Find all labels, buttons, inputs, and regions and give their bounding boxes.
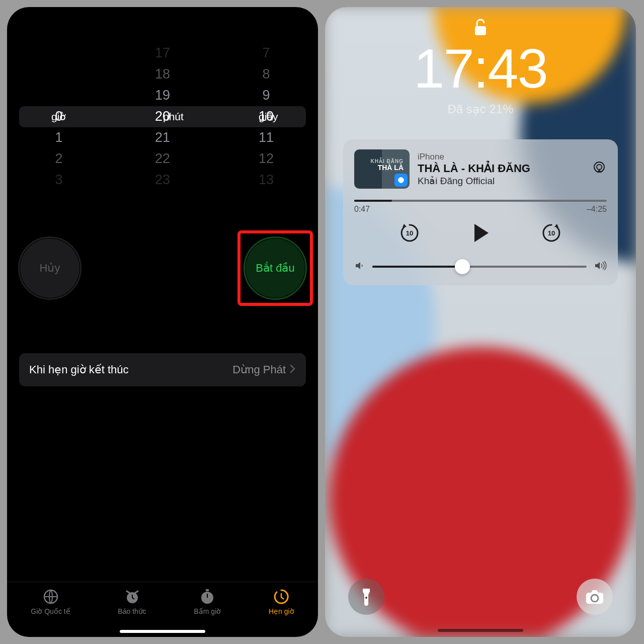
flashlight-button[interactable]: [348, 579, 384, 615]
picker-opt[interactable]: [8, 85, 110, 106]
picker-opt[interactable]: 10: [215, 106, 317, 127]
highlight-annotation: [237, 230, 313, 306]
lock-screen: 17:43 Đã sạc 21% KHẢI ĐĂNG THÀ LÀ iPhone…: [325, 7, 636, 637]
play-button[interactable]: [468, 221, 493, 247]
charge-status: Đã sạc 21%: [447, 102, 513, 116]
tab-label: Bấm giờ: [194, 607, 221, 615]
camera-button[interactable]: [577, 579, 613, 615]
airplay-icon[interactable]: [592, 160, 607, 178]
picker-opt[interactable]: 7: [215, 42, 317, 63]
chevron-right-icon: [290, 363, 296, 376]
time-remaining: –4:25: [587, 205, 607, 214]
picker-opt[interactable]: 17: [111, 42, 214, 63]
picker-opt[interactable]: [8, 42, 110, 63]
tab-label: Giờ Quốc tế: [31, 607, 70, 615]
cancel-button[interactable]: Hủy: [20, 238, 79, 298]
volume-slider[interactable]: [372, 266, 587, 268]
hours-column[interactable]: 0 1 2 3: [8, 42, 110, 188]
album-art: KHẢI ĐĂNG THÀ LÀ: [354, 149, 410, 189]
picker-opt[interactable]: 2: [8, 148, 110, 169]
lock-clock: 17:43: [414, 36, 547, 100]
picker-opt[interactable]: 23: [111, 169, 214, 190]
when-ends-value: Dừng Phát: [232, 363, 286, 376]
tab-label: Báo thức: [118, 607, 146, 615]
tab-bar: Giờ Quốc tế Báo thức Bấm giờ Hẹn giờ: [7, 582, 318, 637]
picker-opt[interactable]: 0: [8, 106, 110, 127]
media-title: THÀ LÀ - KHẢI ĐĂNG: [418, 162, 584, 175]
svg-text:10: 10: [406, 229, 413, 237]
picker-opt[interactable]: 3: [8, 169, 110, 190]
progress-bar[interactable]: [354, 200, 607, 202]
seconds-column[interactable]: 7 8 9 10 11 12 13: [215, 42, 317, 188]
skip-forward-button[interactable]: 10: [540, 222, 562, 246]
home-indicator[interactable]: [120, 630, 205, 633]
picker-opt[interactable]: 21: [111, 127, 214, 148]
picker-opt[interactable]: 11: [215, 127, 317, 148]
picker-opt[interactable]: 1: [8, 127, 110, 148]
svg-point-6: [597, 165, 602, 170]
safari-icon: [394, 174, 408, 187]
picker-opt[interactable]: 9: [215, 85, 317, 106]
picker-opt[interactable]: 12: [215, 148, 317, 169]
when-timer-ends-row[interactable]: Khi hẹn giờ kết thúc Dừng Phát: [19, 353, 306, 386]
tab-world-clock[interactable]: Giờ Quốc tế: [31, 588, 70, 615]
minutes-column[interactable]: 17 18 19 20 21 22 23: [111, 42, 214, 188]
svg-rect-3: [206, 589, 209, 591]
svg-rect-4: [475, 26, 486, 35]
home-indicator[interactable]: [438, 629, 523, 632]
picker-opt[interactable]: 13: [215, 169, 317, 190]
picker-opt[interactable]: 19: [111, 85, 214, 106]
picker-opt[interactable]: 8: [215, 63, 317, 85]
art-text: THÀ LÀ: [378, 164, 404, 172]
tab-timer[interactable]: Hẹn giờ: [269, 588, 294, 615]
media-artist: Khải Đăng Official: [418, 175, 584, 187]
time-elapsed: 0:47: [354, 205, 370, 214]
picker-opt[interactable]: [8, 63, 110, 85]
time-picker[interactable]: 0 1 2 3 17 18 19 20 21 22 23 7 8 9 10 11…: [7, 42, 318, 188]
svg-point-9: [365, 597, 367, 599]
tab-stopwatch[interactable]: Bấm giờ: [194, 588, 221, 615]
timer-screen: 0 1 2 3 17 18 19 20 21 22 23 7 8 9 10 11…: [7, 7, 318, 637]
volume-low-icon: [354, 260, 365, 273]
media-widget[interactable]: KHẢI ĐĂNG THÀ LÀ iPhone THÀ LÀ - KHẢI ĐĂ…: [343, 139, 618, 285]
picker-opt[interactable]: 18: [111, 63, 214, 85]
when-ends-label: Khi hẹn giờ kết thúc: [29, 363, 232, 376]
picker-opt[interactable]: 20: [111, 106, 214, 127]
volume-high-icon: [594, 260, 607, 273]
tab-alarm[interactable]: Báo thức: [118, 588, 146, 615]
media-source: iPhone: [418, 152, 584, 162]
svg-text:10: 10: [548, 229, 555, 237]
skip-back-button[interactable]: 10: [398, 222, 421, 246]
tab-label: Hẹn giờ: [269, 607, 294, 615]
picker-opt[interactable]: 22: [111, 148, 214, 169]
